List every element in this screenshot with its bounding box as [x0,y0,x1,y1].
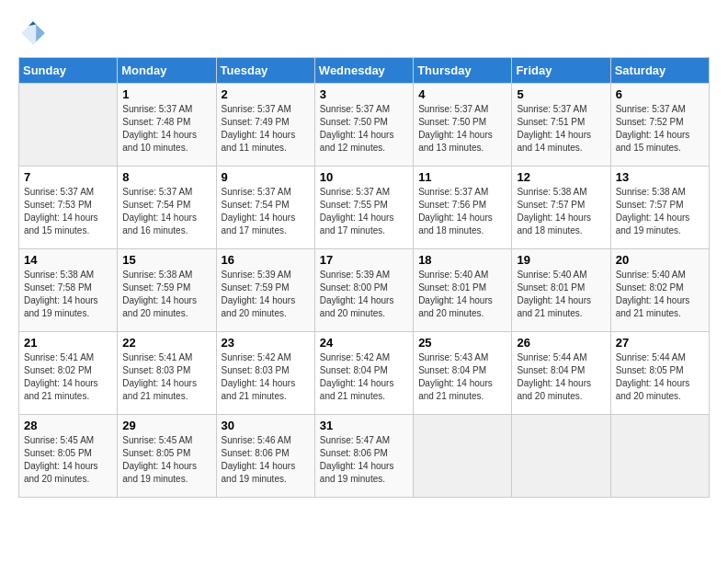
day-number: 9 [222,170,310,184]
day-info: Sunrise: 5:42 AM Sunset: 8:03 PM Dayligh… [222,351,310,403]
day-number: 24 [320,336,408,350]
calendar-cell: 15Sunrise: 5:38 AM Sunset: 7:59 PM Dayli… [118,249,216,332]
calendar-cell: 27Sunrise: 5:44 AM Sunset: 8:05 PM Dayli… [610,332,709,415]
day-number: 23 [222,336,310,350]
calendar-cell: 16Sunrise: 5:39 AM Sunset: 7:59 PM Dayli… [216,249,314,332]
weekday-header-row: SundayMondayTuesdayWednesdayThursdayFrid… [19,58,710,84]
day-number: 11 [418,170,506,184]
weekday-header-monday: Monday [118,58,216,84]
calendar-cell: 6Sunrise: 5:37 AM Sunset: 7:52 PM Daylig… [610,84,709,167]
day-info: Sunrise: 5:43 AM Sunset: 8:04 PM Dayligh… [418,351,506,403]
day-number: 18 [418,253,506,267]
day-info: Sunrise: 5:38 AM Sunset: 7:57 PM Dayligh… [616,186,704,237]
weekday-header-sunday: Sunday [19,58,118,84]
day-info: Sunrise: 5:37 AM Sunset: 7:50 PM Dayligh… [418,103,506,155]
day-info: Sunrise: 5:37 AM Sunset: 7:51 PM Dayligh… [517,103,605,155]
calendar-table: SundayMondayTuesdayWednesdayThursdayFrid… [18,57,710,498]
calendar-cell [414,415,512,498]
header [18,18,710,48]
calendar-cell: 14Sunrise: 5:38 AM Sunset: 7:58 PM Dayli… [19,249,118,332]
calendar-cell [610,415,709,498]
day-info: Sunrise: 5:37 AM Sunset: 7:50 PM Dayligh… [320,103,408,155]
weekday-header-saturday: Saturday [610,58,709,84]
calendar-cell: 18Sunrise: 5:40 AM Sunset: 8:01 PM Dayli… [414,249,512,332]
calendar-cell: 13Sunrise: 5:38 AM Sunset: 7:57 PM Dayli… [610,167,709,249]
day-info: Sunrise: 5:37 AM Sunset: 7:49 PM Dayligh… [222,103,310,155]
day-number: 2 [222,87,310,101]
day-info: Sunrise: 5:37 AM Sunset: 7:53 PM Dayligh… [24,186,112,237]
calendar-cell: 22Sunrise: 5:41 AM Sunset: 8:03 PM Dayli… [118,332,216,415]
calendar-header: SundayMondayTuesdayWednesdayThursdayFrid… [19,58,710,84]
weekday-header-tuesday: Tuesday [216,58,314,84]
day-info: Sunrise: 5:44 AM Sunset: 8:04 PM Dayligh… [517,351,605,403]
day-info: Sunrise: 5:37 AM Sunset: 7:56 PM Dayligh… [418,186,506,237]
day-number: 7 [24,170,112,184]
day-info: Sunrise: 5:38 AM Sunset: 7:59 PM Dayligh… [122,269,210,320]
calendar-cell: 24Sunrise: 5:42 AM Sunset: 8:04 PM Dayli… [314,332,413,415]
day-info: Sunrise: 5:37 AM Sunset: 7:55 PM Dayligh… [320,186,408,237]
day-number: 12 [517,170,605,184]
calendar-cell: 2Sunrise: 5:37 AM Sunset: 7:49 PM Daylig… [216,84,314,167]
calendar-cell: 1Sunrise: 5:37 AM Sunset: 7:48 PM Daylig… [118,84,216,167]
logo [18,18,51,48]
day-info: Sunrise: 5:41 AM Sunset: 8:02 PM Dayligh… [24,351,112,403]
day-number: 29 [122,419,210,432]
day-number: 30 [222,419,310,432]
calendar-cell: 3Sunrise: 5:37 AM Sunset: 7:50 PM Daylig… [314,84,413,167]
day-number: 25 [418,336,506,350]
day-number: 19 [517,253,605,267]
calendar-week-1: 1Sunrise: 5:37 AM Sunset: 7:48 PM Daylig… [19,84,710,167]
day-info: Sunrise: 5:41 AM Sunset: 8:03 PM Dayligh… [122,351,210,403]
calendar-cell: 31Sunrise: 5:47 AM Sunset: 8:06 PM Dayli… [314,415,413,498]
calendar-cell: 9Sunrise: 5:37 AM Sunset: 7:54 PM Daylig… [216,167,314,249]
day-info: Sunrise: 5:38 AM Sunset: 7:57 PM Dayligh… [517,186,605,237]
calendar-cell: 28Sunrise: 5:45 AM Sunset: 8:05 PM Dayli… [19,415,118,498]
day-number: 27 [616,336,704,350]
day-number: 3 [320,87,408,101]
day-info: Sunrise: 5:45 AM Sunset: 8:05 PM Dayligh… [122,434,210,486]
calendar-week-4: 21Sunrise: 5:41 AM Sunset: 8:02 PM Dayli… [19,332,710,415]
day-info: Sunrise: 5:37 AM Sunset: 7:54 PM Dayligh… [122,186,210,237]
day-info: Sunrise: 5:37 AM Sunset: 7:48 PM Dayligh… [122,103,210,155]
calendar-cell: 29Sunrise: 5:45 AM Sunset: 8:05 PM Dayli… [118,415,216,498]
calendar-week-3: 14Sunrise: 5:38 AM Sunset: 7:58 PM Dayli… [19,249,710,332]
day-number: 22 [122,336,210,350]
day-info: Sunrise: 5:39 AM Sunset: 8:00 PM Dayligh… [320,269,408,320]
calendar-cell: 20Sunrise: 5:40 AM Sunset: 8:02 PM Dayli… [610,249,709,332]
day-info: Sunrise: 5:37 AM Sunset: 7:54 PM Dayligh… [222,186,310,237]
day-number: 10 [320,170,408,184]
day-number: 4 [418,87,506,101]
calendar-cell: 17Sunrise: 5:39 AM Sunset: 8:00 PM Dayli… [314,249,413,332]
calendar-cell: 23Sunrise: 5:42 AM Sunset: 8:03 PM Dayli… [216,332,314,415]
calendar-cell: 11Sunrise: 5:37 AM Sunset: 7:56 PM Dayli… [414,167,512,249]
calendar-cell: 19Sunrise: 5:40 AM Sunset: 8:01 PM Dayli… [512,249,610,332]
calendar-cell [19,84,118,167]
calendar-cell: 26Sunrise: 5:44 AM Sunset: 8:04 PM Dayli… [512,332,610,415]
day-info: Sunrise: 5:37 AM Sunset: 7:52 PM Dayligh… [616,103,704,155]
weekday-header-wednesday: Wednesday [314,58,413,84]
day-info: Sunrise: 5:45 AM Sunset: 8:05 PM Dayligh… [24,434,112,486]
day-info: Sunrise: 5:44 AM Sunset: 8:05 PM Dayligh… [616,351,704,403]
calendar-cell: 12Sunrise: 5:38 AM Sunset: 7:57 PM Dayli… [512,167,610,249]
day-number: 1 [122,87,210,101]
logo-icon [18,18,48,48]
day-number: 14 [24,253,112,267]
weekday-header-friday: Friday [512,58,610,84]
calendar-cell: 30Sunrise: 5:46 AM Sunset: 8:06 PM Dayli… [216,415,314,498]
day-number: 21 [24,336,112,350]
calendar-week-5: 28Sunrise: 5:45 AM Sunset: 8:05 PM Dayli… [19,415,710,498]
day-info: Sunrise: 5:46 AM Sunset: 8:06 PM Dayligh… [222,434,310,486]
calendar-cell: 21Sunrise: 5:41 AM Sunset: 8:02 PM Dayli… [19,332,118,415]
day-info: Sunrise: 5:40 AM Sunset: 8:02 PM Dayligh… [616,269,704,320]
svg-marker-1 [36,24,45,41]
calendar-cell: 4Sunrise: 5:37 AM Sunset: 7:50 PM Daylig… [414,84,512,167]
weekday-header-thursday: Thursday [414,58,512,84]
day-number: 17 [320,253,408,267]
calendar-cell: 8Sunrise: 5:37 AM Sunset: 7:54 PM Daylig… [118,167,216,249]
day-info: Sunrise: 5:42 AM Sunset: 8:04 PM Dayligh… [320,351,408,403]
day-number: 16 [222,253,310,267]
day-number: 31 [320,419,408,432]
calendar-body: 1Sunrise: 5:37 AM Sunset: 7:48 PM Daylig… [19,84,710,498]
calendar-cell: 10Sunrise: 5:37 AM Sunset: 7:55 PM Dayli… [314,167,413,249]
day-number: 5 [517,87,605,101]
